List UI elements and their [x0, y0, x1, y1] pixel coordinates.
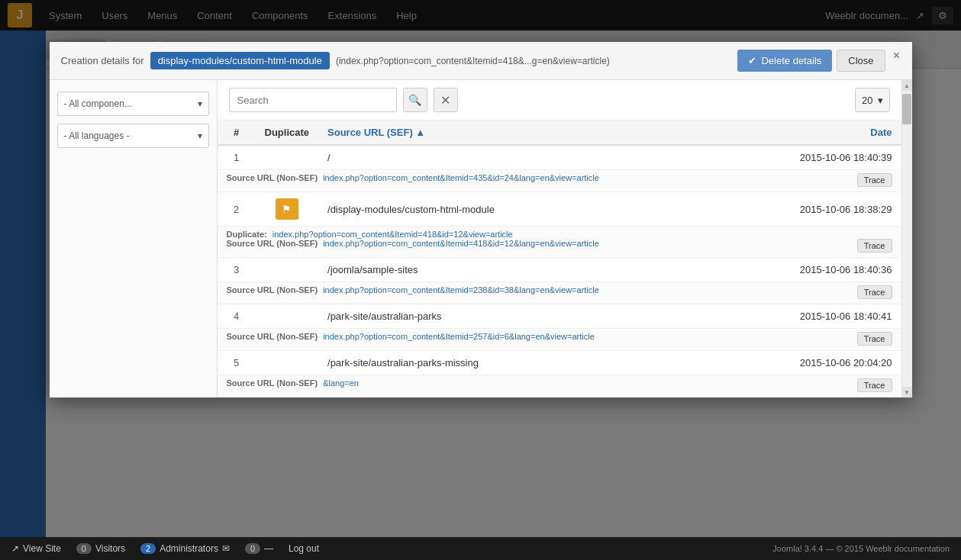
duplicate-cell: ⚑: [256, 192, 319, 227]
date-cell: 2015-10-06 18:40:41: [764, 304, 901, 329]
visitors-count: 0: [76, 543, 92, 554]
visitors-item: 0 Visitors: [76, 543, 125, 554]
modal-overlay: × Creation details for display-modules/c…: [0, 0, 961, 537]
checkmark-icon: ✔: [748, 55, 756, 66]
row-num: 4: [218, 304, 256, 329]
table-row: 2 ⚑ /display-modules/custom-html-module …: [218, 192, 901, 227]
logout-item[interactable]: Log out: [289, 543, 319, 554]
dash-icon: —: [264, 543, 273, 554]
modal-scrollbar[interactable]: ▲ ▼: [901, 80, 912, 397]
clear-icon: ✕: [440, 93, 450, 108]
modal-toolbar: 🔍 ✕ 20 ▾: [218, 80, 901, 121]
modal-body: - All componen... ▾ - All languages - ▾ …: [50, 80, 912, 397]
source-url-cell: /: [318, 145, 763, 170]
source-url-cell: /park-site/australian-parks: [318, 304, 763, 329]
results-table: # Duplicate Source URL (SEF) ▲ Date 1: [218, 121, 901, 397]
language-filter-chevron: ▾: [198, 130, 202, 141]
source-url-cell: /joomla/sample-sites: [318, 258, 763, 282]
date-cell: 2015-10-06 18:40:39: [764, 145, 901, 170]
language-filter-label: - All languages -: [64, 130, 130, 141]
non-sef-url-link[interactable]: index.php?option=com_content&Itemid=257&…: [323, 332, 595, 341]
external-link-icon: ↗: [11, 543, 19, 554]
date-cell: 2015-10-06 18:38:29: [764, 192, 901, 227]
info-row: Trace Source URL (Non-SEF) index.php?opt…: [218, 170, 901, 192]
table-row: 3 /joomla/sample-sites 2015-10-06 18:40:…: [218, 258, 901, 282]
col-source-url-header[interactable]: Source URL (SEF) ▲: [318, 121, 763, 145]
scroll-down-arrow[interactable]: ▼: [901, 387, 912, 397]
modal-sidebar: - All componen... ▾ - All languages - ▾: [50, 80, 218, 397]
visitors-label: Visitors: [95, 543, 125, 554]
col-duplicate-header: Duplicate: [256, 121, 319, 145]
module-url: (index.php?option=com_content&Itemid=418…: [336, 56, 732, 66]
info-cell: Trace Source URL (Non-SEF) &lang=en: [218, 375, 901, 397]
col-num-header: #: [218, 121, 256, 145]
non-sef-url-link[interactable]: index.php?option=com_content&Itemid=238&…: [323, 285, 599, 294]
duplicate-url-link[interactable]: index.php?option=com_content&Itemid=418&…: [272, 230, 513, 239]
non-sef-url-link[interactable]: index.php?option=com_content&Itemid=435&…: [323, 173, 599, 182]
row-num: 3: [218, 258, 256, 282]
info-row: Duplicate: index.php?option=com_content&…: [218, 227, 901, 258]
source-url-cell: /display-modules/custom-html-module: [318, 192, 763, 227]
date-cell: 2015-10-06 20:04:20: [764, 351, 901, 375]
modal-header: Creation details for display-modules/cus…: [50, 42, 912, 80]
version-info: Joomla! 3.4.4 — © 2015 Weeblr documentat…: [772, 544, 950, 553]
row-num: 2: [218, 192, 256, 227]
view-site-item[interactable]: ↗ View Site: [11, 543, 61, 554]
clear-search-button[interactable]: ✕: [434, 88, 458, 112]
module-slug: display-modules/custom-html-module: [150, 52, 330, 69]
trace-button[interactable]: Trace: [857, 173, 892, 187]
per-page-select[interactable]: 20 ▾: [855, 88, 889, 112]
duplicate-cell: [256, 351, 319, 375]
search-input[interactable]: [229, 88, 397, 112]
table-row: 1 / 2015-10-06 18:40:39: [218, 145, 901, 170]
row-num: 1: [218, 145, 256, 170]
trace-button[interactable]: Trace: [857, 332, 892, 346]
info-row: Trace Source URL (Non-SEF) index.php?opt…: [218, 329, 901, 351]
non-sef-url-link[interactable]: &lang=en: [323, 378, 359, 388]
envelope-icon: ✉: [222, 543, 230, 554]
component-filter-label: - All componen...: [64, 98, 132, 109]
search-button[interactable]: 🔍: [403, 88, 427, 112]
non-sef-url-link[interactable]: index.php?option=com_content&Itemid=418&…: [323, 239, 599, 248]
results-table-container[interactable]: # Duplicate Source URL (SEF) ▲ Date 1: [218, 121, 901, 397]
delete-details-button[interactable]: ✔ Delete details: [737, 50, 832, 72]
duplicate-icon[interactable]: ⚑: [276, 198, 298, 220]
creation-details-modal: × Creation details for display-modules/c…: [50, 42, 912, 397]
info-cell: Trace Source URL (Non-SEF) index.php?opt…: [218, 170, 901, 192]
scroll-thumb[interactable]: [902, 94, 911, 124]
modal-close-x-button[interactable]: ×: [889, 48, 905, 63]
duplicate-cell: [256, 145, 319, 170]
per-page-chevron: ▾: [878, 95, 883, 106]
trace-button[interactable]: Trace: [857, 285, 892, 299]
modal-main: 🔍 ✕ 20 ▾ #: [218, 80, 901, 397]
component-filter-chevron: ▾: [198, 98, 202, 109]
info-cell: Trace Source URL (Non-SEF) index.php?opt…: [218, 329, 901, 351]
source-url-cell: /park-site/australian-parks-missing: [318, 351, 763, 375]
logout-label: Log out: [289, 543, 319, 554]
table-row: 4 /park-site/australian-parks 2015-10-06…: [218, 304, 901, 329]
date-cell: 2015-10-06 18:40:36: [764, 258, 901, 282]
admins-item: 2 Administrators ✉: [140, 543, 230, 554]
messages-item: 0 —: [245, 543, 273, 554]
scroll-up-arrow[interactable]: ▲: [901, 80, 912, 91]
search-icon: 🔍: [408, 94, 421, 106]
language-filter[interactable]: - All languages - ▾: [57, 124, 209, 148]
trace-button[interactable]: Trace: [857, 378, 892, 392]
info-cell: Duplicate: index.php?option=com_content&…: [218, 227, 901, 258]
messages-count: 0: [245, 543, 260, 554]
creation-details-label: Creation details for: [61, 55, 144, 66]
info-cell: Trace Source URL (Non-SEF) index.php?opt…: [218, 282, 901, 304]
modal-header-actions: ✔ Delete details Close: [737, 50, 885, 72]
col-date-header: Date: [764, 121, 901, 145]
status-bar: ↗ View Site 0 Visitors 2 Administrators …: [0, 537, 961, 560]
info-row: Trace Source URL (Non-SEF) index.php?opt…: [218, 282, 901, 304]
per-page-value: 20: [862, 95, 872, 106]
table-row: 5 /park-site/australian-parks-missing 20…: [218, 351, 901, 375]
admins-count: 2: [140, 543, 156, 554]
trace-button[interactable]: Trace: [857, 239, 892, 253]
close-modal-button[interactable]: Close: [837, 50, 885, 72]
row-num: 5: [218, 351, 256, 375]
admins-label: Administrators: [160, 543, 218, 554]
info-row: Trace Source URL (Non-SEF) &lang=en: [218, 375, 901, 397]
component-filter[interactable]: - All componen... ▾: [57, 92, 209, 116]
